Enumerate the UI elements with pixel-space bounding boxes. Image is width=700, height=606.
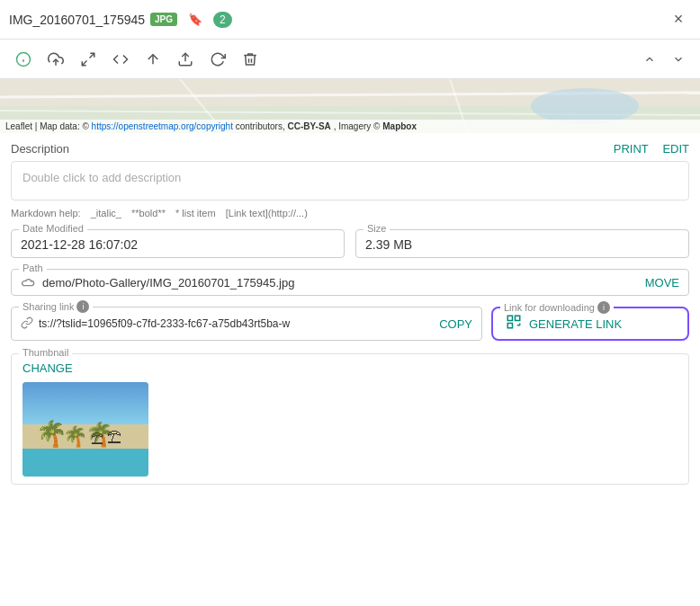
svg-line-5 xyxy=(82,60,86,65)
svg-rect-17 xyxy=(507,324,512,328)
map-area: Leaflet | Map data: © https://openstreet… xyxy=(0,79,700,133)
sharing-row: Sharing link i ts://?tslid=10965f09-c7fd… xyxy=(11,307,689,341)
svg-line-4 xyxy=(90,53,94,58)
osm-link[interactable]: https://openstreetmap.org/copyright xyxy=(92,121,233,131)
path-field: Path demo/Photo-Gallery/IMG_20160701_175… xyxy=(11,269,689,296)
description-label: Description xyxy=(11,142,69,156)
leaflet-text: Leaflet xyxy=(5,121,32,131)
thumbnail-section: Thumbnail CHANGE 🌴 🌴 🌴 ⛱ ⛱ xyxy=(11,353,689,485)
svg-rect-15 xyxy=(507,316,512,320)
date-modified-label: Date Modified xyxy=(19,223,87,234)
download-info-icon[interactable]: i xyxy=(597,301,610,314)
move-button[interactable]: MOVE xyxy=(645,276,679,290)
sharing-info-icon[interactable]: i xyxy=(76,300,89,313)
code-button[interactable] xyxy=(106,45,135,74)
thumbnail-label: Thumbnail xyxy=(19,347,72,358)
change-thumbnail-button[interactable]: CHANGE xyxy=(22,361,678,375)
sharing-link-field: Sharing link i ts://?tslid=10965f09-c7fd… xyxy=(11,307,482,341)
size-field: Size 2.39 MB xyxy=(355,229,689,258)
filename: IMG_20160701_175945 xyxy=(9,13,145,27)
markdown-help: Markdown help: _italic_ **bold** * list … xyxy=(11,208,689,218)
upload-button[interactable] xyxy=(41,45,70,74)
markdown-link: [Link text](http://...) xyxy=(226,208,308,218)
refresh-button[interactable] xyxy=(203,45,232,74)
size-value: 2.39 MB xyxy=(365,236,679,252)
sharing-link-value: ts://?tslid=10965f09-c7fd-2333-fc67-a75d… xyxy=(39,317,432,330)
cloud-icon xyxy=(21,275,35,290)
svg-point-14 xyxy=(531,88,639,124)
version-count: 2 xyxy=(220,13,226,26)
date-modified-field: Date Modified 2021-12-28 16:07:02 xyxy=(11,229,345,258)
qr-icon xyxy=(506,314,522,334)
path-value: demo/Photo-Gallery/IMG_20160701_175945.j… xyxy=(42,276,645,290)
file-type-badge: JPG xyxy=(150,13,177,26)
generate-button[interactable]: GENERATE LINK xyxy=(529,317,622,331)
delete-button[interactable] xyxy=(236,45,265,74)
mapbox-text: Mapbox xyxy=(382,121,417,131)
download-link-legend: Link for downloading i xyxy=(500,301,614,314)
info-button[interactable] xyxy=(9,45,38,74)
nav-up-button[interactable] xyxy=(637,47,662,72)
size-label: Size xyxy=(363,223,390,234)
version-badge[interactable]: 2 xyxy=(213,12,232,28)
edit-button[interactable]: EDIT xyxy=(662,142,689,156)
thumbnail-image: 🌴 🌴 🌴 ⛱ ⛱ xyxy=(22,382,148,477)
markdown-help-label: Markdown help: xyxy=(11,208,81,218)
license-text: CC-BY-SA xyxy=(288,121,331,131)
export-up-button[interactable] xyxy=(139,45,167,74)
close-button[interactable]: × xyxy=(666,7,691,32)
description-header: Description PRINT EDIT xyxy=(11,142,689,156)
content-area: Description PRINT EDIT Double click to a… xyxy=(0,133,700,606)
markdown-bold: **bold** xyxy=(131,208,166,218)
description-field[interactable]: Double click to add description xyxy=(11,161,689,201)
bookmark-icon[interactable]: 🔖 xyxy=(184,9,206,31)
toolbar xyxy=(0,40,700,79)
svg-rect-16 xyxy=(516,316,520,320)
print-button[interactable]: PRINT xyxy=(614,142,649,156)
description-placeholder: Double click to add description xyxy=(22,171,181,184)
sharing-link-label: Sharing link xyxy=(22,301,74,312)
markdown-list: * list item xyxy=(175,208,216,218)
meta-fields: Date Modified 2021-12-28 16:07:02 Size 2… xyxy=(11,229,689,258)
link-icon xyxy=(21,316,33,332)
markdown-italic: _italic_ xyxy=(91,208,121,218)
date-modified-value: 2021-12-28 16:07:02 xyxy=(21,236,335,252)
share-button[interactable] xyxy=(171,45,200,74)
expand-button[interactable] xyxy=(74,45,103,74)
download-link-label: Link for downloading xyxy=(504,302,595,313)
title-bar: IMG_20160701_175945 JPG 🔖 2 × xyxy=(0,0,700,40)
sharing-link-legend: Sharing link i xyxy=(19,300,93,313)
map-attribution: Leaflet | Map data: © https://openstreet… xyxy=(0,120,700,133)
copy-button[interactable]: COPY xyxy=(439,317,472,331)
nav-down-button[interactable] xyxy=(666,47,691,72)
path-label: Path xyxy=(19,263,47,273)
generate-link-field[interactable]: Link for downloading i GENERATE LINK xyxy=(491,307,689,341)
